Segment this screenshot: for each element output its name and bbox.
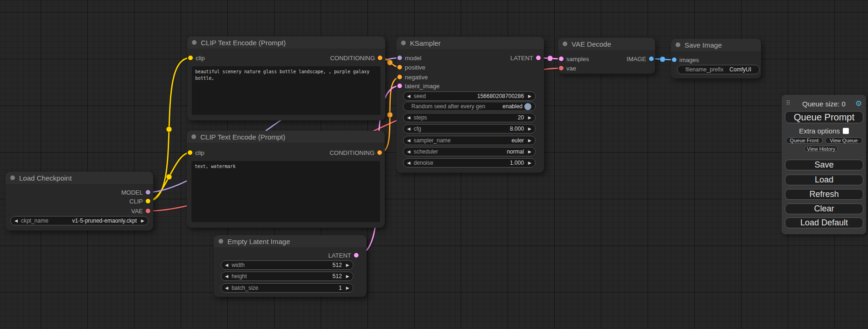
port-dot-model[interactable] (146, 190, 150, 195)
positive-prompt-textarea[interactable]: beautiful scenery nature glass bottle la… (192, 66, 381, 115)
port-dot-clip[interactable] (188, 150, 192, 155)
collapse-dot-icon[interactable] (10, 175, 15, 180)
widget-label: width (232, 262, 245, 268)
collapse-dot-icon[interactable] (191, 134, 196, 139)
toggle-enabled-icon[interactable] (524, 103, 531, 110)
node-graph-canvas[interactable]: Load Checkpoint MODEL CLIP VAE ◀ ckpt_na… (0, 0, 868, 329)
port-dot-conditioning[interactable] (397, 75, 402, 79)
clear-button[interactable]: Clear (785, 203, 863, 214)
port-label: positive (405, 64, 425, 71)
increment-arrow-icon[interactable]: ▶ (528, 161, 531, 165)
decrement-arrow-icon[interactable]: ◀ (407, 116, 410, 120)
widget-value: 512 (332, 262, 342, 268)
port-dot-latent[interactable] (536, 56, 541, 60)
widget-batch-size[interactable]: ◀ batch_size 1 ▶ (221, 283, 353, 293)
port-label: clip (195, 149, 205, 156)
collapse-dot-icon[interactable] (401, 41, 406, 45)
view-history-button[interactable]: View History (804, 146, 838, 152)
collapse-dot-icon[interactable] (219, 239, 223, 244)
increment-arrow-icon[interactable]: ▶ (528, 116, 531, 120)
port-dot-conditioning[interactable] (377, 150, 382, 155)
output-port-latent: LATENT (328, 251, 359, 260)
queue-prompt-button[interactable]: Queue Prompt (785, 111, 863, 123)
widget-width[interactable]: ◀ width 512 ▶ (221, 260, 353, 270)
port-dot-conditioning[interactable] (378, 56, 382, 60)
collapse-dot-icon[interactable] (676, 42, 680, 47)
increment-arrow-icon[interactable]: ▶ (346, 263, 349, 267)
port-label: images (679, 56, 699, 63)
load-button[interactable]: Load (785, 175, 863, 185)
queue-front-button[interactable]: Queue Front (786, 137, 823, 144)
extra-options-checkbox[interactable] (843, 128, 849, 134)
decrement-arrow-icon[interactable]: ◀ (407, 139, 410, 143)
save-button[interactable]: Save (785, 160, 863, 170)
decrement-arrow-icon[interactable]: ◀ (14, 219, 18, 223)
widget-label: scheduler (414, 148, 438, 155)
widget-random-seed-toggle[interactable]: Random seed after every gen enabled (403, 102, 536, 111)
load-default-button[interactable]: Load Default (785, 217, 863, 228)
port-dot-vae[interactable] (559, 66, 564, 70)
node-title: VAE Decode (572, 40, 611, 48)
output-port-vae: VAE (131, 206, 150, 216)
decrement-arrow-icon[interactable]: ◀ (407, 127, 410, 131)
widget-cfg[interactable]: ◀ cfg 8.000 ▶ (403, 124, 536, 133)
widget-value: 512 (332, 273, 342, 280)
input-port-clip: clip (188, 148, 205, 157)
widget-seed[interactable]: ◀ seed 156680208700286 ▶ (403, 91, 536, 101)
negative-prompt-textarea[interactable]: text, watermark (191, 161, 380, 222)
input-port-clip: clip (188, 53, 205, 63)
increment-arrow-icon[interactable]: ▶ (141, 219, 144, 223)
widget-height[interactable]: ◀ height 512 ▶ (221, 272, 353, 281)
port-dot-latent[interactable] (354, 253, 359, 258)
decrement-arrow-icon[interactable]: ◀ (225, 286, 228, 290)
port-dot-latent[interactable] (559, 56, 564, 61)
node-header[interactable]: KSampler (396, 37, 544, 49)
port-dot-latent[interactable] (397, 84, 402, 88)
decrement-arrow-icon[interactable]: ◀ (225, 263, 228, 267)
increment-arrow-icon[interactable]: ▶ (528, 139, 531, 143)
node-header[interactable]: CLIP Text Encode (Prompt) (187, 131, 385, 143)
widget-scheduler[interactable]: ◀ scheduler normal ▶ (403, 147, 536, 156)
increment-arrow-icon[interactable]: ▶ (346, 274, 349, 279)
node-header[interactable]: Empty Latent Image (214, 235, 367, 247)
widget-value: v1-5-pruned-emaonly.ckpt (72, 217, 137, 224)
increment-arrow-icon[interactable]: ▶ (528, 150, 531, 154)
port-dot-conditioning[interactable] (397, 65, 402, 70)
widget-denoise[interactable]: ◀ denoise 1.000 ▶ (403, 158, 536, 168)
node-header[interactable]: Save Image (671, 39, 761, 51)
decrement-arrow-icon[interactable]: ◀ (407, 150, 410, 154)
widget-value: 1 (339, 285, 342, 291)
collapse-dot-icon[interactable] (192, 40, 197, 45)
increment-arrow-icon[interactable]: ▶ (528, 94, 531, 98)
refresh-button[interactable]: Refresh (785, 189, 863, 200)
wire-midpoint-dot (387, 112, 393, 118)
port-dot-model[interactable] (397, 56, 402, 60)
node-header[interactable]: Load Checkpoint (6, 172, 153, 184)
port-dot-image[interactable] (649, 56, 654, 61)
port-dot-image[interactable] (672, 57, 677, 62)
decrement-arrow-icon[interactable]: ◀ (407, 94, 410, 98)
port-dot-clip[interactable] (146, 199, 150, 203)
port-dot-clip[interactable] (188, 56, 193, 60)
widget-ckpt-name[interactable]: ◀ ckpt_name v1-5-pruned-emaonly.ckpt ▶ (10, 216, 148, 225)
widget-label: ckpt_name (21, 217, 49, 224)
port-label: LATENT (328, 252, 351, 259)
port-label: CONDITIONING (330, 55, 375, 62)
decrement-arrow-icon[interactable]: ◀ (225, 274, 228, 279)
gear-icon[interactable]: ⚙ (855, 99, 862, 108)
widget-filename-prefix[interactable]: filename_prefix ComfyUI (677, 65, 760, 74)
widget-steps[interactable]: ◀ steps 20 ▶ (403, 113, 536, 122)
input-port-images: images (672, 55, 699, 64)
node-header[interactable]: VAE Decode (558, 38, 655, 50)
port-dot-vae[interactable] (146, 209, 150, 213)
increment-arrow-icon[interactable]: ▶ (528, 127, 531, 131)
increment-arrow-icon[interactable]: ▶ (346, 286, 349, 290)
node-header[interactable]: CLIP Text Encode (Prompt) (187, 36, 385, 49)
decrement-arrow-icon[interactable]: ◀ (407, 161, 410, 165)
view-queue-button[interactable]: View Queue (825, 137, 862, 144)
port-label: clip (196, 55, 205, 62)
widget-sampler-name[interactable]: ◀ sampler_name euler ▶ (403, 136, 536, 145)
wire-midpoint-dot (547, 56, 553, 61)
collapse-dot-icon[interactable] (563, 42, 567, 46)
node-title: CLIP Text Encode (Prompt) (200, 133, 285, 141)
